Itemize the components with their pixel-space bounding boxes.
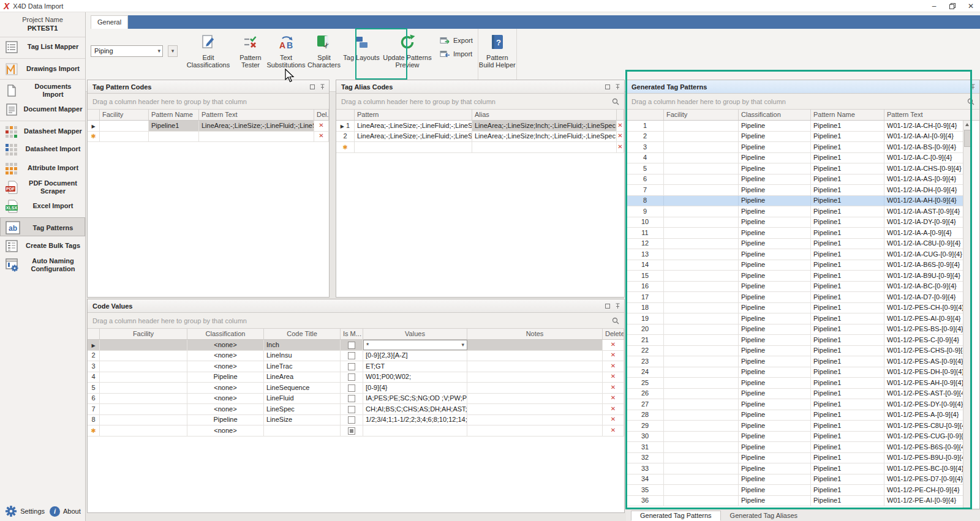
table-row[interactable]: ▶ 35 Pipeline Pipeline1 W01-1/2-PE-CH-[0… bbox=[627, 485, 971, 496]
delete-row-button[interactable]: ✕ bbox=[605, 416, 621, 422]
facility-cell[interactable] bbox=[664, 239, 739, 249]
facility-cell[interactable] bbox=[100, 351, 187, 361]
delete-row-button[interactable]: ✕ bbox=[605, 351, 621, 358]
values-cell[interactable]: IA;PES;PE;SC;S;NG;OD ;V;PW;PGS▾ bbox=[363, 394, 467, 404]
pattern-text-cell[interactable]: W01-1/2-PES-CHS-[0-9]{4} bbox=[884, 346, 971, 356]
table-row[interactable]: ▶ 12 Pipeline Pipeline1 W01-1/2-IA-C8U-[… bbox=[627, 239, 971, 250]
pattern-text-cell[interactable]: W01-1/2-IA-D7-[0-9]{4} bbox=[884, 292, 971, 302]
classification-cell[interactable]: Pipeline bbox=[739, 228, 811, 238]
search-icon[interactable] bbox=[612, 317, 619, 324]
pattern-text-cell[interactable]: W01-1/2-IA-DY-[0-9]{4} bbox=[884, 217, 971, 228]
delete-row-button[interactable]: ✕ bbox=[605, 341, 621, 348]
facility-cell[interactable] bbox=[100, 132, 149, 142]
table-row[interactable]: ▶ 5 Pipeline Pipeline1 W01-1/2-IA-CHS-[0… bbox=[627, 163, 971, 174]
classification-cell[interactable]: Pipeline bbox=[739, 206, 811, 217]
classification-cell[interactable]: Pipeline bbox=[739, 217, 811, 228]
pattern-cell[interactable]: LineArea;-;LineSize;-;LineFluid;-;LineSp… bbox=[355, 132, 472, 142]
classification-cell[interactable]: Pipeline bbox=[739, 196, 811, 206]
code-title-cell[interactable] bbox=[264, 425, 341, 436]
pattern-name-cell[interactable]: Pipeline1 bbox=[811, 442, 884, 452]
pattern-text-cell[interactable]: W01-1/2-IA-CUG-[0-9]{4} bbox=[884, 249, 971, 260]
pattern-name-cell[interactable]: Pipeline1 bbox=[811, 282, 884, 292]
facility-cell[interactable] bbox=[664, 260, 739, 271]
table-row[interactable]: ▶ 13 Pipeline Pipeline1 W01-1/2-IA-CUG-[… bbox=[627, 249, 971, 260]
pattern-name-cell[interactable]: Pipeline1 bbox=[811, 335, 884, 345]
import-button[interactable]: Import bbox=[440, 50, 473, 58]
combo-expander-button[interactable]: ▾ bbox=[168, 45, 178, 57]
is-multi-checkbox[interactable] bbox=[348, 406, 355, 413]
pattern-text-cell[interactable]: W01-1/2-IA-AS-[0-9]{4} bbox=[884, 174, 971, 185]
facility-cell[interactable] bbox=[664, 335, 739, 345]
text-substitutions-button[interactable]: AB Text Substitutions bbox=[266, 29, 306, 79]
values-cell[interactable]: [0-9]{4}▾ bbox=[363, 383, 467, 393]
facility-cell[interactable] bbox=[100, 425, 187, 436]
alias-cell[interactable]: LineArea;-;LineSize;Inch;-;LineFluid;-;L… bbox=[472, 121, 617, 131]
pattern-name-cell[interactable]: Pipeline1 bbox=[811, 474, 884, 485]
code-title-cell[interactable]: LineSize bbox=[264, 415, 341, 425]
pattern-name-cell[interactable]: Pipeline1 bbox=[811, 206, 884, 217]
table-row[interactable]: ▶✱ <none> Inch *▾ ✕ bbox=[88, 340, 624, 351]
delete-row-button[interactable]: ✕ bbox=[605, 384, 621, 391]
sidebar-item[interactable]: Document Mapper bbox=[0, 100, 85, 119]
facility-cell[interactable] bbox=[100, 340, 187, 350]
facility-cell[interactable] bbox=[664, 142, 739, 152]
code-title-cell[interactable]: LineInsu bbox=[264, 351, 341, 361]
classification-cell[interactable]: Pipeline bbox=[739, 121, 811, 131]
sidebar-item[interactable]: PDF PDF Document Scraper bbox=[0, 178, 85, 197]
table-row[interactable]: ▶ 32 Pipeline Pipeline1 W01-1/2-PES-B9U-… bbox=[627, 453, 971, 464]
table-row[interactable]: ▶ 6 Pipeline Pipeline1 W01-1/2-IA-AS-[0-… bbox=[627, 174, 971, 186]
classification-cell[interactable]: Pipeline bbox=[739, 389, 811, 399]
classification-cell[interactable]: Pipeline bbox=[739, 174, 811, 185]
classification-cell[interactable]: Pipeline bbox=[739, 239, 811, 249]
column-header[interactable]: Facility bbox=[100, 110, 149, 120]
table-row[interactable]: ▶ 10 Pipeline Pipeline1 W01-1/2-IA-DY-[0… bbox=[627, 217, 971, 228]
facility-cell[interactable] bbox=[664, 185, 739, 195]
column-header[interactable]: Is M... bbox=[341, 329, 363, 339]
code-title-cell[interactable]: LineFluid bbox=[264, 394, 341, 404]
pattern-name-cell[interactable]: Pipeline1 bbox=[811, 324, 884, 335]
pattern-text-cell[interactable]: W01-1/2-PE-AI-[0-9]{4} bbox=[884, 496, 971, 506]
pattern-name-cell[interactable]: Pipeline1 bbox=[811, 121, 884, 131]
classification-cell[interactable]: Pipeline bbox=[739, 485, 811, 495]
pattern-build-helper-button[interactable]: ? Pattern Build Helper bbox=[478, 29, 516, 79]
pattern-name-cell[interactable]: Pipeline1 bbox=[811, 292, 884, 302]
table-row[interactable]: ▶ 9 Pipeline Pipeline1 W01-1/2-IA-AST-[0… bbox=[627, 206, 971, 217]
pattern-text-cell[interactable]: W01-1/2-PES-BS-[0-9]{4} bbox=[884, 324, 971, 335]
column-header[interactable]: Facility bbox=[100, 329, 187, 339]
classification-cell[interactable]: Pipeline bbox=[739, 163, 811, 174]
facility-cell[interactable] bbox=[664, 432, 739, 442]
column-header[interactable]: Classification bbox=[739, 110, 811, 120]
pattern-text-cell[interactable]: W01-1/2-PES-AST-[0-9]{4} bbox=[884, 389, 971, 399]
split-characters-button[interactable]: ✂ Split Characters bbox=[306, 29, 342, 79]
table-row[interactable]: ▶ 31 Pipeline Pipeline1 W01-1/2-PES-B6S-… bbox=[627, 442, 971, 453]
values-cell[interactable]: ▾ bbox=[363, 425, 467, 436]
facility-cell[interactable] bbox=[664, 399, 739, 410]
pattern-cell[interactable] bbox=[355, 142, 472, 152]
pattern-name-cell[interactable]: Pipeline1 bbox=[811, 485, 884, 495]
code-title-cell[interactable]: LineSpec bbox=[264, 404, 341, 414]
search-icon[interactable] bbox=[967, 98, 974, 105]
column-header[interactable]: Pattern Name bbox=[149, 110, 199, 120]
facility-cell[interactable] bbox=[664, 121, 739, 131]
pattern-name-cell[interactable]: Pipeline1 bbox=[811, 410, 884, 421]
facility-cell[interactable] bbox=[100, 121, 149, 131]
classification-cell[interactable]: Pipeline bbox=[739, 313, 811, 324]
facility-cell[interactable] bbox=[100, 404, 187, 414]
column-header[interactable]: Del... bbox=[314, 110, 329, 120]
delete-row-button[interactable]: ✕ bbox=[617, 122, 624, 129]
values-cell[interactable]: *▾ bbox=[363, 340, 467, 350]
pattern-text-cell[interactable]: W01-1/2-PES-AS-[0-9]{4} bbox=[884, 356, 971, 367]
pattern-name-cell[interactable]: Pipeline1 bbox=[811, 463, 884, 474]
is-multi-checkbox[interactable] bbox=[348, 395, 355, 402]
facility-cell[interactable] bbox=[664, 217, 739, 228]
facility-cell[interactable] bbox=[664, 367, 739, 378]
bottom-tab[interactable]: Generated Tag Patterns bbox=[631, 511, 721, 521]
float-icon[interactable] bbox=[310, 84, 315, 89]
table-row[interactable]: ▶ 26 Pipeline Pipeline1 W01-1/2-PES-AST-… bbox=[627, 389, 971, 400]
sidebar-item[interactable]: Attribute Import bbox=[0, 159, 85, 178]
pattern-name-cell[interactable]: Pipeline1 bbox=[811, 421, 884, 431]
pattern-text-cell[interactable] bbox=[199, 132, 314, 142]
code-title-cell[interactable]: LineArea bbox=[264, 372, 341, 383]
code-title-cell[interactable]: LineSequence bbox=[264, 383, 341, 393]
bottom-tab[interactable]: Generated Tag Aliases bbox=[721, 511, 807, 521]
